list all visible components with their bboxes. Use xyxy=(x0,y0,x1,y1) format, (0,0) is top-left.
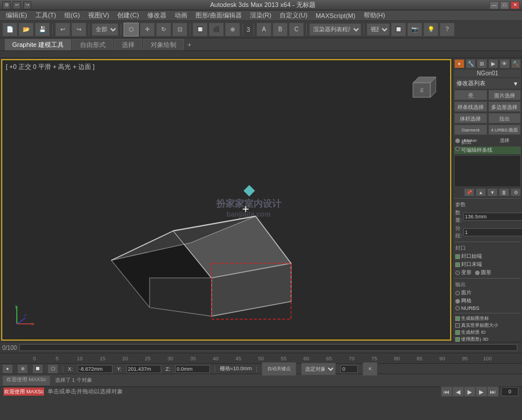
play-next-frame[interactable]: ▶ xyxy=(476,386,487,397)
mini-btn-delete[interactable]: 🗑 xyxy=(499,188,509,196)
grid-radio[interactable] xyxy=(475,271,480,275)
toolbar-camera[interactable]: 📷 xyxy=(407,23,422,36)
garment-btn[interactable]: Garment Maker xyxy=(454,125,487,135)
toolbar-light[interactable]: 💡 xyxy=(423,23,438,36)
toolbar-btn-b[interactable]: B xyxy=(273,23,288,36)
auto-key-btn[interactable]: 自动关键点 xyxy=(262,362,296,376)
toolbar-btn-a[interactable]: A xyxy=(256,23,271,36)
toolbar-move[interactable]: ✛ xyxy=(140,23,155,36)
face-select-btn[interactable]: 面片选择 xyxy=(488,90,521,100)
mini-btn-up[interactable]: ▲ xyxy=(476,188,486,196)
menu-custom[interactable]: 自定义(U) xyxy=(276,10,311,20)
menu-animation[interactable]: 动画 xyxy=(171,10,191,20)
timeline-track[interactable] xyxy=(19,344,517,351)
segments-input[interactable] xyxy=(463,228,522,236)
mini-btn-down[interactable]: ▼ xyxy=(487,188,498,196)
menu-view[interactable]: 视图(V) xyxy=(85,10,113,20)
stack-radio-spline[interactable] xyxy=(455,147,460,151)
play-prev-start[interactable]: ⏮ xyxy=(441,386,452,397)
filter-dropdown[interactable]: 选定对象 xyxy=(301,363,336,375)
menu-help[interactable]: 帮助(H) xyxy=(360,10,389,20)
menu-group[interactable]: 组(G) xyxy=(61,10,84,20)
status-icon-2[interactable]: ⊕ xyxy=(17,364,28,374)
gen-mat-check[interactable] xyxy=(455,330,460,335)
status-icon-3[interactable]: 🔲 xyxy=(32,364,43,374)
app-icon[interactable]: ⚙ xyxy=(2,1,10,9)
toolbar-help[interactable]: ? xyxy=(440,23,455,36)
status-icon-4[interactable]: ⬡ xyxy=(48,364,58,374)
real-world-check[interactable] xyxy=(455,323,460,328)
toolbar-new[interactable]: 📄 xyxy=(2,23,17,36)
menu-render[interactable]: 渲染(R) xyxy=(246,10,275,20)
menu-maxscript[interactable]: MAXScript(M) xyxy=(312,12,358,20)
gen-map-check[interactable] xyxy=(455,316,460,321)
play-prev-frame[interactable]: ◀ xyxy=(452,386,464,397)
minimize-button[interactable]: — xyxy=(490,1,499,9)
toolbar-scale[interactable]: ⊡ xyxy=(172,23,187,36)
cap-end-check[interactable] xyxy=(455,262,460,267)
menu-create[interactable]: 创建(C) xyxy=(114,10,142,20)
toolbar-rotate[interactable]: ↻ xyxy=(156,23,171,36)
toolbar-snap3[interactable]: ⊕ xyxy=(225,23,240,36)
render-dropdown[interactable]: 渲染器列表程序 xyxy=(309,23,361,36)
panel-icon-hierarchy[interactable]: ⊞ xyxy=(477,59,487,68)
morph-radio[interactable] xyxy=(455,271,460,275)
stack-radio-extrude[interactable] xyxy=(455,138,460,143)
toolbar-open[interactable]: 📂 xyxy=(19,23,34,36)
toolbar-snap2[interactable]: ⬛ xyxy=(209,23,224,36)
toolbar-icon-2[interactable]: ↪ xyxy=(23,1,31,9)
push-btn[interactable]: 拉出 xyxy=(488,113,521,123)
menu-modifier[interactable]: 修改器 xyxy=(144,10,170,20)
use-shape-check[interactable] xyxy=(455,337,460,342)
toolbar-save[interactable]: 💾 xyxy=(35,23,50,36)
play-next-end[interactable]: ⏭ xyxy=(487,386,499,397)
mesh-radio[interactable] xyxy=(455,299,460,304)
volume-select-btn[interactable]: 体积选择 xyxy=(454,113,487,123)
polygon-select-btn[interactable]: 多边形选择 xyxy=(488,101,521,112)
modifier-list-title[interactable]: 修改器列表 ▼ xyxy=(454,78,521,89)
z-input[interactable] xyxy=(175,365,210,373)
status-icon-1[interactable]: ● xyxy=(2,364,13,374)
tab-object-paint[interactable]: 对象绘制 xyxy=(143,39,184,50)
menu-graph[interactable]: 图形/曲面编辑器 xyxy=(192,10,245,20)
toolbar-select[interactable]: ⬡ xyxy=(124,23,139,36)
viewport[interactable]: [ +0 正交 0 平滑 + 高光 + 边面 ] xyxy=(1,59,451,341)
tab-select[interactable]: 选择 xyxy=(114,39,142,50)
add-key-btn[interactable]: K xyxy=(362,362,378,376)
toolbar-icon-1[interactable]: ↩ xyxy=(13,1,21,9)
panel-icon-motion[interactable]: ▶ xyxy=(488,59,499,68)
panel-icon-color[interactable]: ● xyxy=(454,59,465,68)
app-title: Autodesk 3ds Max 2013 x64 - 无标题 xyxy=(36,1,490,9)
menu-edit[interactable]: 编辑(E) xyxy=(2,10,31,20)
tab-graphite[interactable]: Graphite 建模工具 xyxy=(5,39,71,50)
tab-pin[interactable]: + xyxy=(187,41,191,48)
menu-tools[interactable]: 工具(T) xyxy=(32,10,60,20)
cap-start-check[interactable] xyxy=(455,254,460,259)
toolbar-snap[interactable]: 🔲 xyxy=(193,23,208,36)
mini-btn-config[interactable]: ⚙ xyxy=(510,188,521,196)
frame-input[interactable] xyxy=(340,365,358,373)
play-button[interactable]: ▶ xyxy=(464,386,476,397)
panel-icon-utility[interactable]: 🔨 xyxy=(511,59,521,68)
toolbar-redo[interactable]: ↪ xyxy=(71,23,86,36)
nurbs-btn[interactable]: 4.URBS 曲面选择 xyxy=(488,125,521,135)
toolbar-undo[interactable]: ↩ xyxy=(55,23,70,36)
panel-icon-modify[interactable]: 🔧 xyxy=(466,59,476,68)
shell-btn[interactable]: 壳 xyxy=(454,90,487,100)
face-radio[interactable] xyxy=(455,291,460,295)
toolbar-btn-c[interactable]: C xyxy=(289,23,304,36)
nurbs-radio[interactable] xyxy=(455,306,460,311)
toolbar-render-btn[interactable]: 🔲 xyxy=(391,23,406,36)
panel-icon-display[interactable]: 👁 xyxy=(499,59,510,68)
viewport-cube[interactable]: 正 xyxy=(407,74,436,103)
view-all-dropdown[interactable]: 全部 xyxy=(92,23,118,36)
vertex-select-btn[interactable]: 样条线选择 xyxy=(454,101,487,112)
close-button[interactable]: ✕ xyxy=(510,1,520,9)
y-input[interactable] xyxy=(126,365,161,373)
amount-input[interactable] xyxy=(463,213,522,221)
mini-btn-pin[interactable]: 📌 xyxy=(464,188,474,196)
maximize-button[interactable]: □ xyxy=(500,1,509,9)
x-input[interactable] xyxy=(78,365,113,373)
coord-dropdown[interactable]: 视图 xyxy=(367,23,390,36)
tab-freeform[interactable]: 自由形式 xyxy=(72,39,113,50)
